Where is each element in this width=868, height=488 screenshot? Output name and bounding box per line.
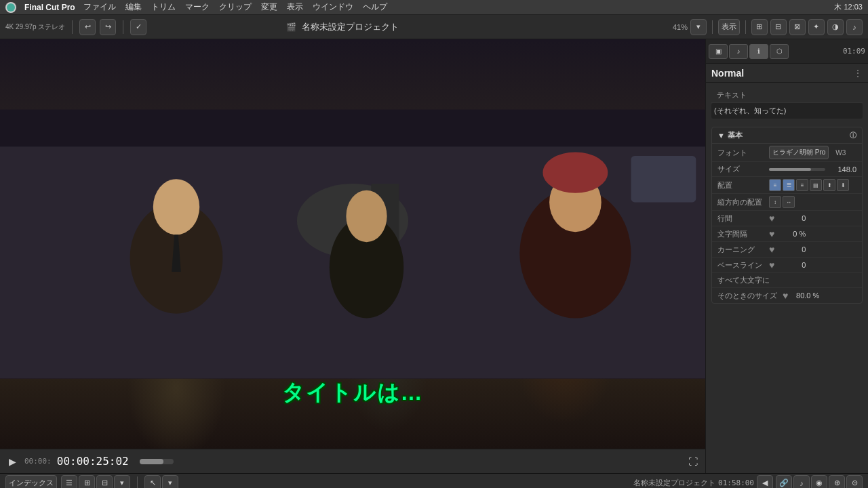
inspector-panel: ▣ ♪ ℹ ⬡ 01:09 Normal ⋮ テキスト (それぞれ、知ってた) … bbox=[705, 39, 868, 473]
video-preview[interactable]: タイトルは… bbox=[0, 39, 705, 449]
zoom-menu-btn[interactable]: ▾ bbox=[690, 19, 707, 35]
tl-project-name: 名称未設定プロジェクト bbox=[633, 478, 715, 488]
redo-btn[interactable]: ↪ bbox=[100, 19, 116, 35]
play-button[interactable]: ▶ bbox=[5, 455, 19, 468]
project-title: 名称未設定プロジェクト bbox=[302, 21, 399, 33]
char-spacing-value: 0 % bbox=[778, 230, 806, 238]
menu-window[interactable]: ウインドウ bbox=[313, 1, 353, 13]
tl-link-btn[interactable]: 🔗 bbox=[776, 475, 792, 489]
align-bottom[interactable]: ⬇ bbox=[837, 179, 849, 191]
check-btn[interactable]: ✓ bbox=[130, 19, 146, 35]
fullscreen-btn[interactable]: ⛶ bbox=[686, 455, 700, 468]
timecode-current: 00:00:25:02 bbox=[57, 455, 129, 468]
select-tool[interactable]: ↖ bbox=[144, 475, 161, 489]
inspector-tabs: ▣ ♪ ℹ ⬡ 01:09 bbox=[706, 39, 868, 64]
menu-trim[interactable]: トリム bbox=[151, 1, 176, 13]
toolbar-sep-2 bbox=[123, 20, 123, 34]
project-name-center: 🎬 名称未設定プロジェクト bbox=[286, 21, 399, 33]
tl-skimmer-btn[interactable]: ⊝ bbox=[846, 475, 863, 489]
align-center[interactable]: ☰ bbox=[783, 179, 795, 191]
tab-audio[interactable]: ♪ bbox=[729, 44, 748, 59]
tool-btns: ↖ ▾ bbox=[144, 475, 178, 489]
tl-solo-btn[interactable]: ◉ bbox=[811, 475, 827, 489]
baseline-value: 0 bbox=[778, 261, 806, 269]
volume-slider[interactable] bbox=[140, 459, 174, 464]
text-preview[interactable]: (それぞれ、知ってた) bbox=[711, 103, 863, 119]
tab-share[interactable]: ⬡ bbox=[770, 44, 789, 59]
font-weight[interactable]: W3 bbox=[835, 149, 846, 157]
menu-clip[interactable]: クリップ bbox=[219, 1, 252, 13]
app-name[interactable]: Final Cut Pro bbox=[24, 3, 75, 12]
menu-modify[interactable]: 変更 bbox=[261, 1, 277, 13]
size-slider[interactable] bbox=[769, 168, 825, 171]
toolbar-sep-4 bbox=[745, 20, 746, 34]
size-value: 148.0 bbox=[829, 165, 856, 174]
align-justify[interactable]: ▤ bbox=[810, 179, 822, 191]
timeline: インデックス ☰ ⊞ ⊟ ▾ ↖ ▾ 名称未設定プロジェクト 01:58:00 … bbox=[0, 473, 868, 488]
toggle-timeline[interactable]: ⊟ bbox=[770, 19, 787, 35]
inspector-expand-btn[interactable]: ⋮ bbox=[853, 68, 863, 79]
align-label: 配置 bbox=[717, 180, 765, 190]
menu-edit[interactable]: 編集 bbox=[125, 1, 142, 13]
toggle-browser[interactable]: ⊞ bbox=[751, 19, 768, 35]
tab-info[interactable]: ℹ bbox=[749, 44, 768, 59]
kerning-row: カーニング ♥ 0 bbox=[712, 242, 862, 258]
svg-rect-5 bbox=[631, 156, 696, 202]
main-layout: タイトルは… ▶ 00:00: 00:00:25:02 ⛶ ▣ ♪ ℹ ⬡ 01… bbox=[0, 39, 868, 473]
text-label: テキスト bbox=[717, 90, 764, 100]
toggle-effects[interactable]: ✦ bbox=[808, 19, 825, 35]
basic-label: 基本 bbox=[728, 130, 743, 140]
menu-mark[interactable]: マーク bbox=[185, 1, 210, 13]
zoom-level: 41% bbox=[673, 23, 688, 31]
menu-items[interactable]: ファイル 編集 トリム マーク クリップ 変更 表示 ウインドウ ヘルプ bbox=[83, 1, 387, 13]
toggle-color[interactable]: ◑ bbox=[827, 19, 844, 35]
timeline-toolbar: インデックス ☰ ⊞ ⊟ ▾ ↖ ▾ 名称未設定プロジェクト 01:58:00 … bbox=[0, 474, 868, 488]
menu-view[interactable]: 表示 bbox=[287, 1, 303, 13]
svg-point-12 bbox=[543, 152, 608, 193]
tl-mute-btn[interactable]: ♪ bbox=[793, 475, 810, 489]
app-icon bbox=[5, 2, 16, 13]
toggle-inspector[interactable]: ⊠ bbox=[789, 19, 806, 35]
timeline-right: 名称未設定プロジェクト 01:58:00 ◀ 🔗 ♪ ◉ ⊕ ⊝ bbox=[633, 475, 863, 489]
view-options[interactable]: ▾ bbox=[114, 475, 130, 489]
baseline-row: ベースライン ♥ 0 bbox=[712, 258, 862, 273]
align-buttons: ≡ ☰ ≡ ▤ ⬆ ⬇ bbox=[769, 179, 849, 191]
dir-minus[interactable]: ↔ bbox=[783, 196, 795, 208]
char-spacing-icon: ♥ bbox=[769, 228, 774, 239]
tool-options[interactable]: ▾ bbox=[162, 475, 178, 489]
kerning-value: 0 bbox=[778, 245, 806, 253]
undo-btn[interactable]: ↩ bbox=[79, 19, 96, 35]
inspector-body: テキスト (それぞれ、知ってた) ▼ 基本 ⓘ フォント ヒラギノ明朝 Pro … bbox=[706, 83, 868, 473]
direction-row: 縦方向の配置 ↕ ↔ bbox=[712, 194, 862, 211]
line-spacing-value: 0 bbox=[778, 214, 806, 222]
font-selector[interactable]: ヒラギノ明朝 Pro bbox=[769, 146, 829, 159]
resolution-label: 4K 29.97p ステレオ bbox=[5, 22, 65, 32]
tl-snap-btn[interactable]: ⊕ bbox=[829, 475, 845, 489]
align-right[interactable]: ≡ bbox=[796, 179, 808, 191]
video-area: タイトルは… ▶ 00:00: 00:00:25:02 ⛶ bbox=[0, 39, 705, 473]
menubar-right: 木 12:03 bbox=[834, 2, 863, 12]
tab-video[interactable]: ▣ bbox=[709, 44, 728, 59]
tl-sep bbox=[137, 476, 138, 489]
index-btn[interactable]: インデックス bbox=[5, 475, 57, 489]
dir-plus[interactable]: ↕ bbox=[769, 196, 781, 208]
align-left[interactable]: ≡ bbox=[769, 179, 781, 191]
view-large[interactable]: ⊟ bbox=[96, 475, 113, 489]
align-top[interactable]: ⬆ bbox=[823, 179, 835, 191]
menu-help[interactable]: ヘルプ bbox=[363, 1, 387, 13]
display-btn[interactable]: 表示 bbox=[718, 19, 740, 35]
basic-subsection: ▼ 基本 ⓘ フォント ヒラギノ明朝 Pro W3 サイズ 148.0 bbox=[711, 127, 863, 304]
font-label: フォント bbox=[717, 148, 765, 158]
clock: 木 12:03 bbox=[834, 2, 863, 12]
char-spacing-row: 文字間隔 ♥ 0 % bbox=[712, 226, 862, 242]
baseline-label: ベースライン bbox=[717, 260, 765, 270]
direction-label: 縦方向の配置 bbox=[717, 197, 765, 207]
tl-back-btn[interactable]: ◀ bbox=[757, 475, 773, 489]
menu-file[interactable]: ファイル bbox=[83, 1, 116, 13]
view-list[interactable]: ☰ bbox=[61, 475, 77, 489]
small-size-row: そのときのサイズ ♥ 80.0 % bbox=[712, 288, 862, 303]
video-subtitle: タイトルは… bbox=[282, 378, 424, 408]
view-grid[interactable]: ⊞ bbox=[79, 475, 95, 489]
toggle-audio[interactable]: ♪ bbox=[846, 19, 863, 35]
basic-info-icon: ⓘ bbox=[850, 131, 856, 140]
